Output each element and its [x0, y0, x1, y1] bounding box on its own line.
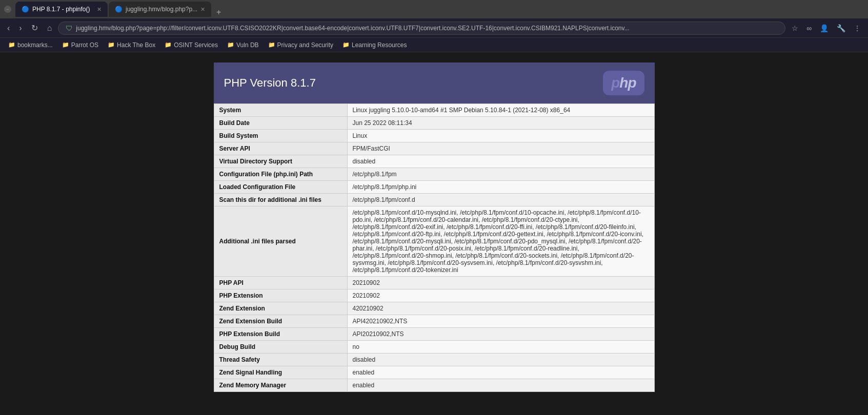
row-key: Build System — [214, 130, 347, 142]
row-value: disabled — [347, 354, 654, 366]
table-row: Zend Extension BuildAPI420210902,NTS — [214, 315, 654, 328]
forward-button[interactable]: › — [16, 22, 25, 35]
folder-icon-learning: 📁 — [342, 42, 350, 48]
row-key: Server API — [214, 142, 347, 155]
bookmark-item-learning[interactable]: 📁 Learning Resources — [338, 40, 411, 50]
page-content: PHP Version 8.1.7 php SystemLinux juggli… — [0, 52, 868, 402]
php-logo-text: php — [611, 75, 636, 91]
star-button[interactable]: ☆ — [789, 22, 801, 34]
bookmark-item-vulndb[interactable]: 📁 Vuln DB — [223, 40, 263, 50]
tab-juggling[interactable]: 🔵 juggling.hmv/blog.php?p... ✕ — [109, 2, 211, 17]
tab-phpinfo[interactable]: 🔵 PHP 8.1.7 - phpinfo() ✕ — [15, 2, 108, 17]
security-icon: 🛡 — [66, 24, 73, 32]
row-key: Zend Memory Manager — [214, 379, 347, 392]
bookmark-label-htb: Hack The Box — [117, 42, 155, 49]
bookmark-label-learning: Learning Resources — [352, 42, 407, 49]
folder-icon-htb: 📁 — [108, 42, 115, 48]
row-key: Additional .ini files parsed — [214, 206, 347, 277]
bookmark-item-privacy[interactable]: 📁 Privacy and Security — [264, 40, 337, 50]
row-key: Virtual Directory Support — [214, 155, 347, 168]
table-row: PHP Extension20210902 — [214, 289, 654, 302]
row-value: enabled — [347, 366, 654, 379]
row-value: Linux juggling 5.10.0-10-amd64 #1 SMP De… — [347, 104, 654, 117]
table-row: Build SystemLinux — [214, 130, 654, 142]
bookmark-label-parrot: Parrot OS — [71, 42, 98, 49]
table-row: Zend Signal Handlingenabled — [214, 366, 654, 379]
tab-close-button[interactable]: ✕ — [97, 6, 102, 13]
profile-button[interactable]: 👤 — [817, 22, 832, 34]
folder-icon-vulndb: 📁 — [227, 42, 234, 48]
table-row: PHP API20210902 — [214, 277, 654, 289]
table-row: Zend Memory Managerenabled — [214, 379, 654, 392]
phpinfo-container: PHP Version 8.1.7 php SystemLinux juggli… — [214, 63, 655, 392]
php-header: PHP Version 8.1.7 php — [214, 63, 655, 103]
folder-icon-privacy: 📁 — [268, 42, 275, 48]
row-key: Zend Signal Handling — [214, 366, 347, 379]
folder-icon: 📁 — [8, 42, 15, 48]
row-key: Build Date — [214, 117, 347, 130]
row-value: Linux — [347, 130, 654, 142]
row-value: FPM/FastCGI — [347, 142, 654, 155]
folder-icon-osint: 📁 — [165, 42, 172, 48]
row-value: API20210902,NTS — [347, 328, 654, 341]
minimize-button[interactable]: − — [4, 6, 11, 13]
bookmark-item-parrot[interactable]: 📁 Parrot OS — [58, 40, 103, 50]
bookmark-item-bookmarks[interactable]: 📁 bookmarks... — [4, 40, 57, 50]
window-controls: − — [4, 6, 11, 13]
url-bar[interactable]: 🛡 juggling.hmv/blog.php?page=php://filte… — [58, 22, 785, 35]
row-value: 20210902 — [347, 289, 654, 302]
table-row: Thread Safetydisabled — [214, 354, 654, 366]
table-row: Scan this dir for additional .ini files/… — [214, 194, 654, 206]
table-row: Build DateJun 25 2022 08:11:34 — [214, 117, 654, 130]
menu-button[interactable]: ⋮ — [851, 22, 864, 34]
tab-title2: juggling.hmv/blog.php?p... — [126, 6, 197, 13]
bookmark-label-vulndb: Vuln DB — [236, 42, 259, 49]
tab-icon: 🔵 — [22, 6, 29, 13]
phpinfo-table: SystemLinux juggling 5.10.0-10-amd64 #1 … — [214, 103, 655, 392]
tab-title: PHP 8.1.7 - phpinfo() — [32, 6, 90, 13]
php-version-title: PHP Version 8.1.7 — [224, 76, 316, 90]
table-row: Server APIFPM/FastCGI — [214, 142, 654, 155]
row-value: disabled — [347, 155, 654, 168]
row-value: Jun 25 2022 08:11:34 — [347, 117, 654, 130]
php-logo: php — [603, 71, 644, 95]
folder-icon-parrot: 📁 — [62, 42, 69, 48]
bookmark-label-privacy: Privacy and Security — [277, 42, 333, 49]
table-row: PHP Extension BuildAPI20210902,NTS — [214, 328, 654, 341]
bookmark-label: bookmarks... — [17, 42, 53, 49]
row-key: PHP Extension Build — [214, 328, 347, 341]
row-key: Zend Extension Build — [214, 315, 347, 328]
table-row: Zend Extension420210902 — [214, 302, 654, 315]
table-row: Configuration File (php.ini) Path/etc/ph… — [214, 168, 654, 181]
infinity-button[interactable]: ∞ — [803, 22, 815, 34]
url-text: juggling.hmv/blog.php?page=php://filter/… — [76, 25, 778, 32]
tab-close-button2[interactable]: ✕ — [200, 6, 205, 13]
row-value: /etc/php/8.1/fpm/conf.d/10-mysqlnd.ini, … — [347, 206, 654, 277]
row-key: Debug Build — [214, 341, 347, 354]
back-button[interactable]: ‹ — [4, 22, 13, 35]
settings-button[interactable]: 🔧 — [834, 22, 849, 34]
table-row: Loaded Configuration File/etc/php/8.1/fp… — [214, 181, 654, 194]
row-key: Thread Safety — [214, 354, 347, 366]
new-tab-button[interactable]: + — [212, 8, 225, 17]
browser-frame: − 🔵 PHP 8.1.7 - phpinfo() ✕ 🔵 juggling.h… — [0, 0, 868, 52]
row-key: System — [214, 104, 347, 117]
row-value: 420210902 — [347, 302, 654, 315]
row-value: no — [347, 341, 654, 354]
home-button[interactable]: ⌂ — [44, 22, 55, 35]
reload-button[interactable]: ↻ — [28, 21, 41, 35]
row-key: Scan this dir for additional .ini files — [214, 194, 347, 206]
nav-bar: ‹ › ↻ ⌂ 🛡 juggling.hmv/blog.php?page=php… — [0, 18, 868, 38]
table-row: Debug Buildno — [214, 341, 654, 354]
bookmark-item-htb[interactable]: 📁 Hack The Box — [104, 40, 159, 50]
table-row: Additional .ini files parsed/etc/php/8.1… — [214, 206, 654, 277]
row-value: /etc/php/8.1/fpm — [347, 168, 654, 181]
row-value: enabled — [347, 379, 654, 392]
row-key: PHP API — [214, 277, 347, 289]
row-value: /etc/php/8.1/fpm/conf.d — [347, 194, 654, 206]
row-key: Configuration File (php.ini) Path — [214, 168, 347, 181]
row-value: API420210902,NTS — [347, 315, 654, 328]
bookmark-label-osint: OSINT Services — [174, 42, 218, 49]
bookmark-item-osint[interactable]: 📁 OSINT Services — [160, 40, 222, 50]
row-value: 20210902 — [347, 277, 654, 289]
